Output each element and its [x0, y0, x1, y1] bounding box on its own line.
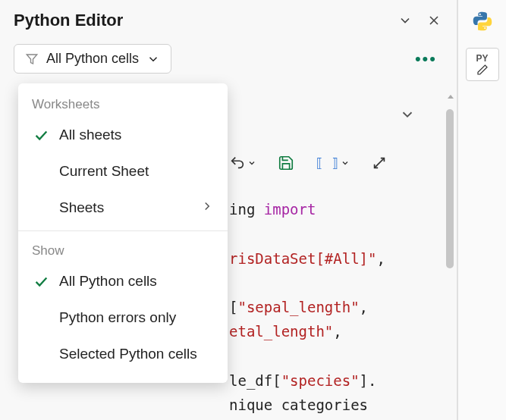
- scrollbar[interactable]: [445, 91, 455, 412]
- save-button[interactable]: [278, 155, 294, 171]
- menu-item-all-sheets[interactable]: All sheets: [18, 117, 228, 153]
- chevron-down-icon: [398, 13, 413, 28]
- expand-icon: [371, 155, 388, 171]
- py-button-label: PY: [476, 53, 488, 64]
- ellipsis-icon: •••: [415, 49, 437, 68]
- chevron-down-icon: [146, 52, 160, 66]
- pencil-icon: [476, 64, 489, 76]
- menu-item-all-python-cells[interactable]: All Python cells: [18, 263, 228, 299]
- undo-button[interactable]: [229, 155, 256, 171]
- menu-item-label: All sheets: [59, 127, 121, 143]
- menu-item-label: Sheets: [59, 199, 104, 216]
- scroll-thumb[interactable]: [446, 109, 454, 268]
- filter-label: All Python cells: [46, 51, 139, 67]
- menu-section-show: Show: [18, 236, 228, 263]
- cell-toolbar: ⟦ ⟧: [229, 155, 388, 171]
- python-logo-icon[interactable]: [472, 11, 493, 37]
- expand-button[interactable]: [371, 155, 388, 171]
- menu-section-worksheets: Worksheets: [18, 89, 228, 117]
- filter-dropdown[interactable]: All Python cells: [14, 44, 171, 74]
- panel-header: Python Editor: [0, 0, 457, 38]
- output-type-button[interactable]: ⟦ ⟧: [316, 155, 350, 171]
- filter-bar: All Python cells •••: [0, 38, 457, 80]
- menu-item-python-errors-only[interactable]: Python errors only: [18, 299, 228, 336]
- menu-item-label: All Python cells: [59, 273, 157, 290]
- menu-divider: [18, 230, 228, 231]
- close-button[interactable]: [425, 11, 443, 30]
- filter-dropdown-menu: Worksheets All sheets Current Sheet Shee…: [18, 83, 228, 383]
- check-icon: [32, 272, 50, 290]
- menu-item-sheets[interactable]: Sheets: [18, 190, 228, 226]
- chevron-down-icon: [341, 158, 350, 168]
- scroll-up-arrow-icon: [446, 91, 455, 105]
- save-icon: [278, 155, 294, 171]
- chevron-down-icon: [399, 106, 416, 123]
- brackets-icon: ⟦ ⟧: [316, 155, 339, 171]
- menu-item-label: Current Sheet: [59, 163, 149, 180]
- svg-marker-2: [27, 55, 37, 64]
- chevron-right-icon: [200, 199, 214, 217]
- cell-collapse-button[interactable]: [399, 106, 416, 126]
- header-controls: [396, 11, 443, 30]
- filter-icon: [25, 52, 39, 66]
- svg-marker-4: [448, 95, 454, 99]
- python-editor-button[interactable]: PY: [466, 48, 499, 81]
- right-sidebar: PY: [457, 0, 506, 420]
- panel-title: Python Editor: [14, 11, 123, 30]
- code-content[interactable]: ing import risDataSet[#All]", ["sepal_le…: [229, 197, 432, 420]
- svg-line-3: [374, 158, 384, 168]
- undo-icon: [229, 155, 246, 171]
- menu-item-current-sheet[interactable]: Current Sheet: [18, 153, 228, 190]
- chevron-down-icon: [247, 158, 256, 168]
- more-options-button[interactable]: •••: [409, 46, 443, 72]
- close-icon: [426, 13, 442, 28]
- menu-item-selected-python-cells[interactable]: Selected Python cells: [18, 336, 228, 372]
- python-editor-panel: Python Editor All Python cells •••: [0, 0, 457, 420]
- menu-item-label: Selected Python cells: [59, 346, 197, 362]
- check-icon: [32, 126, 50, 144]
- menu-item-label: Python errors only: [59, 309, 176, 326]
- collapse-button[interactable]: [396, 11, 414, 30]
